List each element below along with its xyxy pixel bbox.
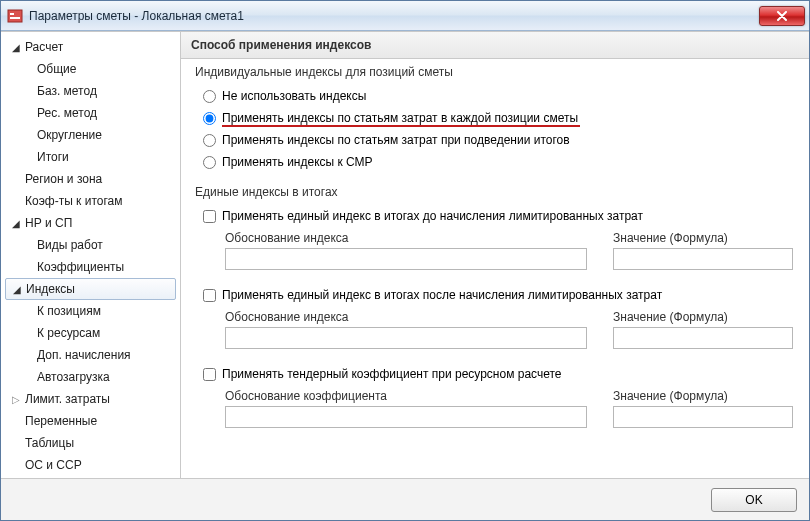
input-pair: Обоснование индекса Значение (Формула) — [203, 310, 793, 349]
justification-input[interactable] — [225, 327, 587, 349]
field-label: Обоснование коэффициента — [225, 389, 587, 403]
group-legend: Индивидуальные индексы для позиций сметы — [195, 65, 459, 79]
radio-per-position[interactable]: Применять индексы по статьям затрат в ка… — [203, 107, 793, 129]
checkbox-label: Применять тендерный коэффициент при ресу… — [222, 367, 562, 381]
group-total-indexes: Единые индексы в итогах Применять единый… — [195, 187, 795, 428]
tree-item[interactable]: ▷ОС и ССР — [1, 454, 180, 476]
value-input[interactable] — [613, 248, 793, 270]
check-after-limited[interactable]: Применять единый индекс в итогах после н… — [203, 284, 793, 306]
tree-item[interactable]: ▷Виды работ — [1, 234, 180, 256]
radio-label: Применять индексы по статьям затрат в ка… — [222, 111, 578, 125]
group-individual-indexes: Индивидуальные индексы для позиций сметы… — [195, 67, 795, 173]
tree-item[interactable]: ▷Рес. метод — [1, 102, 180, 124]
tree-item[interactable]: ◢НР и СП — [1, 212, 180, 234]
tree-item[interactable]: ▷Лимит. затраты — [1, 388, 180, 410]
tree-item[interactable]: ▷Переменные — [1, 410, 180, 432]
tree-item-label: Баз. метод — [35, 84, 97, 98]
tree-item-label: Регион и зона — [23, 172, 102, 186]
checkbox-input[interactable] — [203, 289, 216, 302]
tree-item-label: Автозагрузка — [35, 370, 110, 384]
tree-item-label: К позициям — [35, 304, 101, 318]
value-input[interactable] — [613, 327, 793, 349]
close-button[interactable] — [759, 6, 805, 26]
tree-item[interactable]: ▷Общие — [1, 58, 180, 80]
tree-item[interactable]: ▷Регион и зона — [1, 168, 180, 190]
radio-on-totals[interactable]: Применять индексы по статьям затрат при … — [203, 129, 793, 151]
value-input[interactable] — [613, 406, 793, 428]
field-label: Значение (Формула) — [613, 231, 793, 245]
tree-item-label: Округление — [35, 128, 102, 142]
tree-item-label: ОС и ССР — [23, 458, 82, 472]
svg-rect-2 — [10, 17, 20, 19]
checkbox-input[interactable] — [203, 210, 216, 223]
tree-item-label: Переменные — [23, 414, 97, 428]
radio-input[interactable] — [203, 134, 216, 147]
tree-item[interactable]: ▷Доп. начисления — [1, 344, 180, 366]
tree-item-label: Общие — [35, 62, 76, 76]
field-label: Обоснование индекса — [225, 231, 587, 245]
tree-item[interactable]: ▷К позициям — [1, 300, 180, 322]
svg-rect-0 — [8, 10, 22, 22]
tree-item-label: Лимит. затраты — [23, 392, 110, 406]
tree-item[interactable]: ◢Расчет — [1, 36, 180, 58]
chevron-down-icon[interactable]: ◢ — [9, 42, 23, 53]
radio-label: Не использовать индексы — [222, 89, 366, 103]
tree-item[interactable]: ▷Округление — [1, 124, 180, 146]
tree-item-label: Индексы — [24, 282, 75, 296]
radio-label: Применять индексы к СМР — [222, 155, 373, 169]
radio-input[interactable] — [203, 112, 216, 125]
tree-item-label: Коэффициенты — [35, 260, 124, 274]
tree-item[interactable]: ▷Итоги — [1, 146, 180, 168]
justification-input[interactable] — [225, 248, 587, 270]
chevron-down-icon[interactable]: ◢ — [9, 218, 23, 229]
tree-item-label: Доп. начисления — [35, 348, 131, 362]
checkbox-label: Применять единый индекс в итогах до начи… — [222, 209, 643, 223]
radio-label: Применять индексы по статьям затрат при … — [222, 133, 570, 147]
group-legend: Единые индексы в итогах — [195, 185, 344, 199]
field-label: Значение (Формула) — [613, 310, 793, 324]
titlebar: Параметры сметы - Локальная смета1 — [1, 1, 809, 31]
radio-no-indexes[interactable]: Не использовать индексы — [203, 85, 793, 107]
tree-item-label: Виды работ — [35, 238, 103, 252]
checkbox-input[interactable] — [203, 368, 216, 381]
checkbox-label: Применять единый индекс в итогах после н… — [222, 288, 662, 302]
radio-input[interactable] — [203, 156, 216, 169]
tree-item[interactable]: ▷Таблицы — [1, 432, 180, 454]
radio-input[interactable] — [203, 90, 216, 103]
tree-item[interactable]: ▷Автозагрузка — [1, 366, 180, 388]
field-label: Обоснование индекса — [225, 310, 587, 324]
radio-smr[interactable]: Применять индексы к СМР — [203, 151, 793, 173]
field-label: Значение (Формула) — [613, 389, 793, 403]
app-icon — [7, 8, 23, 24]
window-title: Параметры сметы - Локальная смета1 — [29, 9, 244, 23]
justification-input[interactable] — [225, 406, 587, 428]
main-panel: Способ применения индексов Индивидуальны… — [181, 32, 809, 478]
tree-item[interactable]: ▷К ресурсам — [1, 322, 180, 344]
tree-item-label: Коэф-ты к итогам — [23, 194, 122, 208]
panel-header: Способ применения индексов — [181, 32, 809, 59]
panel-body: Индивидуальные индексы для позиций сметы… — [181, 59, 809, 478]
nav-tree[interactable]: ◢Расчет▷Общие▷Баз. метод▷Рес. метод▷Окру… — [1, 32, 181, 478]
chevron-right-icon[interactable]: ▷ — [9, 394, 23, 405]
input-pair: Обоснование коэффициента Значение (Форму… — [203, 389, 793, 428]
tree-item[interactable]: ◢Индексы — [5, 278, 176, 300]
tree-item[interactable]: ▷Коэф-ты к итогам — [1, 190, 180, 212]
input-pair: Обоснование индекса Значение (Формула) — [203, 231, 793, 270]
dialog-window: Параметры сметы - Локальная смета1 ◢Расч… — [0, 0, 810, 521]
dialog-body: ◢Расчет▷Общие▷Баз. метод▷Рес. метод▷Окру… — [1, 31, 809, 478]
tree-item-label: К ресурсам — [35, 326, 100, 340]
dialog-footer: OK — [1, 478, 809, 520]
check-before-limited[interactable]: Применять единый индекс в итогах до начи… — [203, 205, 793, 227]
tree-item-label: Итоги — [35, 150, 69, 164]
tree-item-label: Таблицы — [23, 436, 74, 450]
tree-item[interactable]: ▷Коэффициенты — [1, 256, 180, 278]
tree-item[interactable]: ▷Баз. метод — [1, 80, 180, 102]
tree-item-label: Рес. метод — [35, 106, 97, 120]
chevron-down-icon[interactable]: ◢ — [10, 284, 24, 295]
check-tender-coef[interactable]: Применять тендерный коэффициент при ресу… — [203, 363, 793, 385]
tree-item-label: Расчет — [23, 40, 63, 54]
svg-rect-1 — [10, 13, 14, 15]
tree-item-label: НР и СП — [23, 216, 72, 230]
ok-button[interactable]: OK — [711, 488, 797, 512]
